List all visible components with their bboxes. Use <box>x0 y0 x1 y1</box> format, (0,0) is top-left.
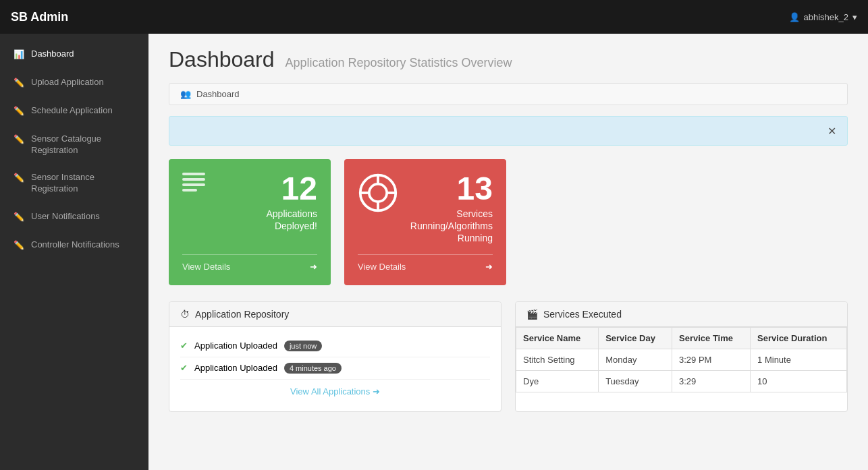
sidebar-label-sensor-instance: Sensor Instance Registration <box>31 172 135 195</box>
stat-card-deployed-footer: View Details ➜ <box>182 254 317 272</box>
cell-service-time-1: 3:29 PM <box>672 349 751 370</box>
page-title: Dashboard <box>169 47 275 71</box>
alert-bar: ✕ <box>169 116 848 146</box>
schedule-icon: ✏️ <box>13 106 24 117</box>
activity-badge-1: just now <box>284 341 322 351</box>
cell-service-time-2: 3:29 <box>672 370 751 392</box>
stat-card-deployed-top: 12 ApplicationsDeployed! <box>182 173 317 245</box>
sidebar-label-schedule: Schedule Application <box>31 105 113 117</box>
sidebar-item-sensor-catalogue[interactable]: ✏️ Sensor Catalogue Registration <box>0 125 148 165</box>
activity-text-2: Application Uploaded <box>194 363 277 373</box>
stat-card-running-footer: View Details ➜ <box>358 254 493 272</box>
running-number: 13 <box>410 173 493 205</box>
check-icon-1: ✔ <box>180 341 188 351</box>
sidebar-label-controller-notifications: Controller Notifications <box>31 239 119 251</box>
sidebar-label-user-notifications: User Notifications <box>31 211 100 223</box>
app-repo-panel: ⏱ Application Repository ✔ Application U… <box>169 301 501 412</box>
cell-service-duration-1: 1 Minute <box>751 349 847 370</box>
dashboard-icon: 📊 <box>13 49 24 61</box>
services-panel: 🎬 Services Executed Service Name Service… <box>515 301 848 412</box>
deployed-number: 12 <box>267 173 318 205</box>
view-all-applications-link[interactable]: View All Applications ➜ <box>290 386 380 396</box>
cell-service-name-1: Stitch Setting <box>516 349 599 370</box>
sidebar: 📊 Dashboard ✏️ Upload Application ✏️ Sch… <box>0 34 148 470</box>
table-row: Stitch Setting Monday 3:29 PM 1 Minute <box>516 349 847 370</box>
main-content: Dashboard Application Repository Statist… <box>148 34 868 470</box>
app-repo-header: ⏱ Application Repository <box>169 302 501 327</box>
stat-card-running: 13 ServicesRunning/AlgorithmsRunning Vie… <box>344 159 506 285</box>
running-label: ServicesRunning/AlgorithmsRunning <box>410 208 493 245</box>
cell-service-name-2: Dye <box>516 370 599 392</box>
topbar: SB Admin 👤 abhishek_2 ▾ <box>0 0 868 34</box>
breadcrumb-icon: 👥 <box>180 89 191 99</box>
stat-card-running-right: 13 ServicesRunning/AlgorithmsRunning <box>410 173 493 245</box>
arrow-right-icon-2: ➜ <box>485 262 493 272</box>
stat-cards-row: 12 ApplicationsDeployed! View Details ➜ <box>169 159 848 285</box>
stat-card-deployed: 12 ApplicationsDeployed! View Details ➜ <box>169 159 331 285</box>
col-service-time: Service Time <box>672 327 751 349</box>
deployed-label: ApplicationsDeployed! <box>267 208 318 232</box>
app-repo-title: Application Repository <box>195 309 289 320</box>
services-table: Service Name Service Day Service Time Se… <box>516 327 847 392</box>
user-notif-icon: ✏️ <box>13 212 24 223</box>
stat-card-deployed-right: 12 ApplicationsDeployed! <box>267 173 318 232</box>
breadcrumb-label: Dashboard <box>196 89 240 99</box>
activity-text-1: Application Uploaded <box>194 341 277 351</box>
services-header: 🎬 Services Executed <box>516 302 847 327</box>
col-service-duration: Service Duration <box>751 327 847 349</box>
col-service-name: Service Name <box>516 327 599 349</box>
stat-card-running-top: 13 ServicesRunning/AlgorithmsRunning <box>358 173 493 245</box>
lifesaver-icon <box>358 173 398 213</box>
arrow-right-icon: ➜ <box>310 262 317 272</box>
sidebar-item-controller-notifications[interactable]: ✏️ Controller Notifications <box>0 231 148 260</box>
cell-service-day-2: Tuesday <box>599 370 672 392</box>
services-title: Services Executed <box>543 309 622 320</box>
table-row: Dye Tuesday 3:29 10 <box>516 370 847 392</box>
sidebar-item-dashboard[interactable]: 📊 Dashboard <box>0 40 148 69</box>
sensor-catalogue-icon: ✏️ <box>13 134 24 146</box>
username-label: abhishek_2 <box>804 12 849 22</box>
page-header: Dashboard Application Repository Statist… <box>169 47 848 72</box>
clock-icon: ⏱ <box>180 309 190 320</box>
panels-row: ⏱ Application Repository ✔ Application U… <box>169 301 848 412</box>
view-all-link: View All Applications ➜ <box>180 380 490 403</box>
user-menu[interactable]: 👤 abhishek_2 ▾ <box>789 12 858 22</box>
sidebar-item-schedule-application[interactable]: ✏️ Schedule Application <box>0 97 148 125</box>
col-service-day: Service Day <box>599 327 672 349</box>
chevron-down-icon: ▾ <box>852 12 857 22</box>
activity-badge-2: 4 minutes ago <box>284 363 342 374</box>
page-subtitle: Application Repository Statistics Overvi… <box>285 56 512 69</box>
check-icon-2: ✔ <box>180 363 188 373</box>
sidebar-item-user-notifications[interactable]: ✏️ User Notifications <box>0 203 148 231</box>
video-icon: 🎬 <box>526 309 538 320</box>
running-view-details-link[interactable]: View Details <box>358 262 406 272</box>
brand-title: SB Admin <box>11 10 68 24</box>
deployed-view-details-link[interactable]: View Details <box>182 262 230 272</box>
alert-close-button[interactable]: ✕ <box>828 125 836 138</box>
user-icon: 👤 <box>789 12 800 22</box>
sidebar-label-sensor-catalogue: Sensor Catalogue Registration <box>31 134 135 156</box>
sidebar-label-upload: Upload Application <box>31 77 104 88</box>
sidebar-item-upload-application[interactable]: ✏️ Upload Application <box>0 69 148 97</box>
sidebar-label-dashboard: Dashboard <box>31 49 74 60</box>
breadcrumb: 👥 Dashboard <box>169 83 848 105</box>
cell-service-duration-2: 10 <box>751 370 847 392</box>
controller-notif-icon: ✏️ <box>13 240 24 252</box>
sensor-instance-icon: ✏️ <box>13 173 24 184</box>
services-body: Service Name Service Day Service Time Se… <box>516 327 847 392</box>
svg-point-1 <box>369 184 387 202</box>
app-repo-body: ✔ Application Uploaded just now ✔ Applic… <box>169 327 501 411</box>
deployed-icon <box>182 173 205 192</box>
cell-service-day-1: Monday <box>599 349 672 370</box>
upload-icon: ✏️ <box>13 78 24 89</box>
main-layout: 📊 Dashboard ✏️ Upload Application ✏️ Sch… <box>0 34 868 470</box>
sidebar-item-sensor-instance[interactable]: ✏️ Sensor Instance Registration <box>0 164 148 203</box>
activity-item-1: ✔ Application Uploaded just now <box>180 335 490 357</box>
activity-item-2: ✔ Application Uploaded 4 minutes ago <box>180 357 490 380</box>
